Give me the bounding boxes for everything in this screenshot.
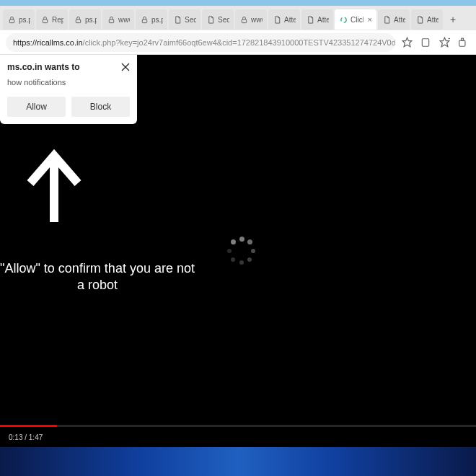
- instruction-text: "Allow" to confirm that you are not a ro…: [0, 260, 195, 294]
- url-path: /click.php?key=jo24rv7aimf66oqt6ew4&cid=…: [83, 38, 395, 47]
- url-input[interactable]: https://ricallms.co.in/click.php?key=jo2…: [6, 33, 395, 52]
- lock-icon: [107, 15, 115, 24]
- browser-tab[interactable]: ps.p: [69, 9, 101, 30]
- tab-label: Atte: [427, 16, 438, 24]
- address-bar: https://ricallms.co.in/click.php?key=jo2…: [0, 30, 476, 55]
- url-scheme: https://: [13, 38, 37, 47]
- browser-tab[interactable]: ps.p: [136, 9, 167, 30]
- browser-tab[interactable]: www: [102, 9, 134, 30]
- tab-label: www: [118, 16, 130, 24]
- browser-tab[interactable]: Click×: [335, 9, 376, 30]
- browser-tab[interactable]: Rep: [36, 9, 68, 30]
- tab-label: Secu: [218, 16, 229, 24]
- browser-tab[interactable]: Atte: [301, 9, 333, 30]
- page-icon: [273, 15, 281, 24]
- video-controls: 0:13 / 1:47: [0, 427, 476, 447]
- browser-tab[interactable]: www: [235, 9, 267, 30]
- tab-label: Atte: [394, 16, 405, 24]
- prompt-title: ms.co.in wants to: [7, 62, 80, 72]
- allow-button[interactable]: Allow: [7, 97, 66, 117]
- lock-icon: [74, 15, 82, 24]
- tab-label: Atte: [317, 16, 329, 24]
- arrow-up-icon: [22, 149, 87, 231]
- block-button[interactable]: Block: [71, 97, 130, 117]
- tab-label: ps.p: [151, 16, 163, 24]
- notification-permission-prompt: ms.co.in wants to how notifications Allo…: [0, 55, 137, 124]
- browser-tab[interactable]: Atte: [268, 9, 300, 30]
- browser-tab[interactable]: Secu: [169, 9, 200, 30]
- svg-rect-11: [459, 40, 465, 46]
- book-icon[interactable]: [418, 35, 433, 50]
- windows-taskbar[interactable]: [0, 447, 476, 476]
- new-tab-button[interactable]: +: [444, 11, 462, 28]
- tab-label: ps.p: [19, 16, 30, 24]
- tab-label: Rep: [52, 16, 63, 24]
- page-content: ms.co.in wants to how notifications Allo…: [0, 55, 476, 447]
- url-domain: ricallms.co.in: [37, 38, 83, 47]
- page-icon: [173, 15, 182, 24]
- svg-rect-12: [462, 38, 464, 40]
- lock-icon: [7, 15, 16, 24]
- tab-strip: ps.pRepps.pwwwps.pSecuSecuwwwAtteAtteCli…: [0, 6, 476, 30]
- browser-tab[interactable]: ps.p: [3, 9, 35, 30]
- svg-rect-5: [242, 19, 246, 23]
- browser-tab[interactable]: Secu: [202, 9, 234, 30]
- svg-marker-9: [440, 38, 449, 47]
- lock-icon: [239, 15, 248, 24]
- tab-label: Atte: [284, 16, 296, 24]
- loading-spinner-icon: [227, 237, 256, 265]
- spin-icon: [339, 15, 348, 24]
- tab-label: ps.p: [85, 16, 97, 24]
- svg-rect-3: [109, 19, 113, 23]
- close-icon[interactable]: [121, 62, 130, 74]
- favorites-icon[interactable]: [437, 35, 451, 50]
- prompt-body: how notifications: [7, 78, 130, 87]
- tab-label: Secu: [185, 16, 196, 24]
- video-time-display: 0:13 / 1:47: [9, 433, 43, 441]
- close-icon[interactable]: ×: [368, 15, 372, 24]
- page-icon: [382, 15, 391, 24]
- svg-rect-2: [76, 19, 80, 23]
- svg-point-6: [340, 17, 345, 22]
- page-icon: [206, 15, 215, 24]
- svg-rect-4: [142, 19, 146, 23]
- svg-rect-8: [422, 38, 428, 46]
- star-icon[interactable]: [400, 35, 414, 50]
- svg-rect-0: [9, 19, 14, 23]
- browser-tab[interactable]: Atte: [378, 9, 410, 30]
- lock-icon: [40, 15, 49, 24]
- page-icon: [306, 15, 314, 24]
- extensions-icon[interactable]: [456, 35, 470, 50]
- tab-label: Click: [351, 16, 363, 24]
- browser-tab[interactable]: Atte: [411, 9, 443, 30]
- svg-rect-1: [43, 19, 47, 23]
- browser-window: ps.pRepps.pwwwps.pSecuSecuwwwAtteAtteCli…: [0, 6, 476, 447]
- svg-marker-7: [402, 38, 412, 47]
- lock-icon: [140, 15, 149, 24]
- tab-label: www: [251, 16, 263, 24]
- page-icon: [415, 15, 424, 24]
